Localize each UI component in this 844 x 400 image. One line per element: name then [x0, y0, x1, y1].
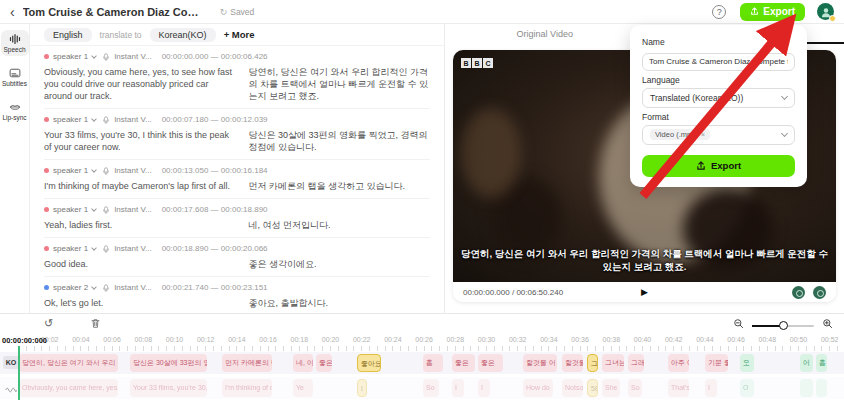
source-text[interactable]: I'm thinking of maybe Cameron's lap firs… — [44, 180, 249, 192]
format-select[interactable]: Video (.mp4)× — [642, 125, 795, 145]
target-text[interactable]: 좋아요, 출발합시다. — [249, 297, 430, 309]
source-text[interactable]: Ok, let's go let. — [44, 297, 249, 309]
timeline-block-korean[interactable]: 당신은 30살에 33편의 영화를 찍 — [130, 354, 207, 372]
zoom-slider-knob[interactable] — [779, 321, 788, 330]
zoom-out-icon[interactable] — [733, 318, 744, 331]
add-language-button[interactable]: + More — [224, 29, 255, 40]
speaker-select[interactable]: speaker 1 — [53, 205, 88, 214]
timeline-block-korean[interactable]: 네, 이 — [293, 354, 313, 372]
tab-target-language[interactable]: Korean(KO) — [150, 28, 216, 42]
source-text[interactable]: Obviously, you came here, yes, to see ho… — [44, 66, 249, 102]
source-text[interactable]: Your 33 films, you're 30, I think this i… — [44, 129, 249, 153]
ruler-time-label: 00:08 — [135, 336, 153, 343]
timeline-block-original[interactable]: So — [423, 379, 439, 397]
timeline-block-original[interactable]: I'm thinking of maybe C — [222, 379, 272, 397]
timeline-block-korean[interactable]: 할것을 어 — [523, 354, 557, 372]
timeline-block-korean[interactable]: 좋은 — [452, 354, 475, 372]
voice-engine-select[interactable]: Instant V... — [114, 283, 152, 292]
export-name-input[interactable] — [642, 53, 795, 71]
timeline-block-korean[interactable]: 좋은 — [316, 354, 332, 372]
transcript-segment[interactable]: speaker 1Instant V...00:00:00.000 — 00:0… — [44, 46, 430, 109]
speaker-select[interactable]: speaker 1 — [53, 166, 88, 175]
speaker-select[interactable]: speaker 1 — [53, 244, 88, 253]
timeline-block-korean[interactable]: 그래 — [628, 354, 644, 372]
ruler-time-label: 00:18 — [291, 336, 309, 343]
timeline-block-korean[interactable]: 그 — [587, 354, 598, 372]
speaker-select[interactable]: speaker 1 — [53, 115, 88, 124]
target-text[interactable]: 당연히, 당신은 여기 와서 우리 합리적인 가격의 차를 트랙에서 얼마나 빠… — [249, 66, 430, 102]
timeline-block-original[interactable]: So — [628, 379, 642, 397]
subtitle-toggle-icon[interactable] — [813, 286, 826, 299]
target-text[interactable]: 당신은 30살에 33편의 영화를 찍었고, 경력의 정점에 있습니다. — [249, 129, 430, 153]
timeline-block-korean[interactable]: 할것을 — [562, 354, 583, 372]
target-text[interactable]: 좋은 생각이에요. — [249, 258, 430, 270]
avatar[interactable] — [817, 3, 834, 20]
nav-item-lipsync[interactable]: Lip-sync — [1, 98, 29, 124]
timeline-ruler[interactable]: 00:00:00:000 00:0200:0400:0600:0800:1000… — [0, 334, 844, 352]
timeline-block-korean[interactable]: 좋은 — [478, 354, 503, 372]
transcript-segment[interactable]: speaker 1Instant V...00:00:18.890 — 00:0… — [44, 238, 430, 277]
timeline-block-original[interactable]: 58 — [587, 379, 598, 397]
playhead[interactable] — [18, 346, 20, 400]
transcript-segment[interactable]: speaker 1Instant V...00:00:13.050 — 00:0… — [44, 160, 430, 199]
timeline-block-korean[interactable]: 당연히, 당신은 여기 와서 우리 합리적인 가 — [19, 354, 118, 372]
timeline-block-original[interactable]: I — [357, 379, 367, 397]
target-text[interactable]: 먼저 카메론의 랩을 생각하고 있습니다. — [249, 180, 430, 192]
export-button[interactable]: Export — [740, 3, 805, 21]
play-button[interactable]: ▶ — [641, 287, 648, 297]
timeline-block-original[interactable]: That's — [668, 379, 689, 397]
voice-engine-select[interactable]: Instant V... — [114, 115, 152, 124]
nav-item-subtitles[interactable]: Subtitles — [1, 64, 29, 90]
timeline-block-original[interactable]: Obviously, you came here, yes, to see ho… — [19, 379, 118, 397]
timeline-block-original[interactable]: How do — [523, 379, 553, 397]
remove-format-icon[interactable]: × — [701, 130, 705, 139]
timeline-block-korean[interactable]: 흠 — [423, 354, 443, 372]
timeline-block-original[interactable] — [816, 379, 827, 397]
speaker-select[interactable]: speaker 2 — [53, 283, 88, 292]
ruler-time-label: 00:20 — [322, 336, 340, 343]
timeline-block-original[interactable]: Notso — [562, 379, 583, 397]
timeline-block-korean[interactable]: 먼저 카메론의 랩을 — [222, 354, 272, 372]
timeline-block-original[interactable]: O — [740, 379, 754, 397]
back-icon[interactable]: ‹ — [10, 5, 15, 19]
transcript-segment[interactable]: speaker 2Instant V...00:00:21.740 — 00:0… — [44, 277, 430, 313]
source-text[interactable]: Good idea. — [44, 258, 249, 270]
timeline-block-korean[interactable]: 오 — [740, 354, 754, 372]
timeline-block-korean[interactable]: 어 — [800, 354, 813, 372]
speaker-select[interactable]: speaker 1 — [53, 52, 88, 61]
zoom-slider[interactable] — [752, 325, 814, 327]
trash-icon[interactable] — [90, 318, 101, 331]
language-select[interactable]: Translated (Korean(KO)) — [642, 88, 795, 108]
name-label: Name — [642, 37, 795, 47]
zoom-in-icon[interactable] — [822, 318, 833, 331]
audio-toggle-icon[interactable] — [792, 286, 805, 299]
tab-original-video[interactable]: Original Video — [445, 24, 645, 44]
segment-timerange: 00:00:17.608 — 00:00:18.890 — [162, 205, 268, 214]
timeline-block-original[interactable] — [800, 379, 813, 397]
undo-icon[interactable]: ↺ — [44, 317, 53, 330]
transcript-segment[interactable]: speaker 1Instant V...00:00:17.608 — 00:0… — [44, 199, 430, 238]
nav-item-speech[interactable]: Speech — [1, 30, 29, 56]
timeline-block-korean[interactable]: 그녀는 1 — [602, 354, 624, 372]
target-text[interactable]: 네, 여성 먼저입니다. — [249, 219, 430, 231]
timeline-block-original[interactable]: I — [705, 379, 717, 397]
voice-engine-select[interactable]: Instant V... — [114, 166, 152, 175]
transcript-segment[interactable]: speaker 1Instant V...00:00:07.180 — 00:0… — [44, 109, 430, 160]
timeline-block-original[interactable]: I — [452, 379, 464, 397]
timeline-block-korean[interactable]: 좋아요 — [357, 354, 381, 372]
timeline-block-korean[interactable]: 흠 — [816, 354, 827, 372]
timeline-block-korean[interactable]: 아주 어 — [668, 354, 689, 372]
popup-export-button[interactable]: Export — [642, 155, 795, 177]
help-icon[interactable]: ? — [712, 5, 726, 19]
ruler-time-label: 00:50 — [790, 336, 808, 343]
timeline-block-original[interactable]: Your 33 films, you're 30, I t — [130, 379, 207, 397]
timeline-block-original[interactable]: Ye — [293, 379, 313, 397]
timeline-block-original[interactable]: I — [478, 379, 490, 397]
timeline-block-korean[interactable]: 기분 좋 — [705, 354, 728, 372]
voice-engine-select[interactable]: Instant V... — [114, 244, 152, 253]
timeline-block-original[interactable]: She — [602, 379, 620, 397]
voice-engine-select[interactable]: Instant V... — [114, 52, 152, 61]
source-text[interactable]: Yeah, ladies first. — [44, 219, 249, 231]
voice-engine-select[interactable]: Instant V... — [114, 205, 152, 214]
tab-source-language[interactable]: English — [44, 28, 92, 42]
